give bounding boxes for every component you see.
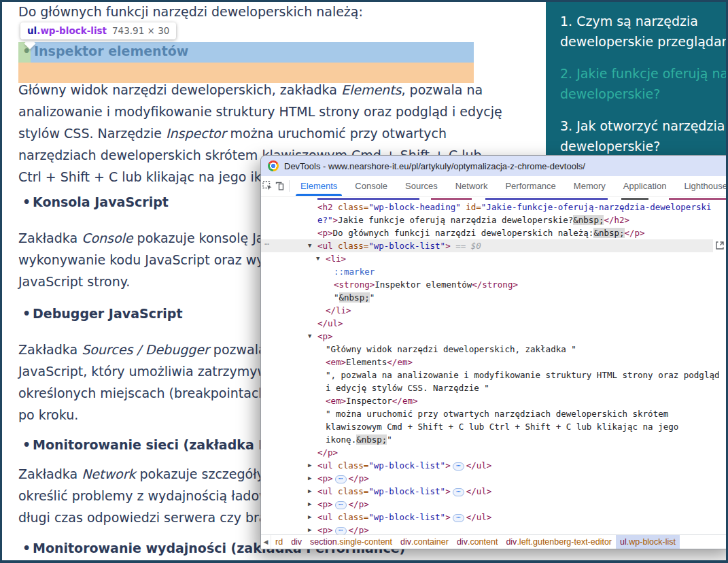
sidebar-toc-item[interactable]: 1. Czym są narzędzia deweloperskie przeg… <box>560 11 728 52</box>
dom-node-line: ▶<p>⋯</p> <box>261 524 728 534</box>
text-run: Zakładka <box>18 466 82 481</box>
code-token: </strong> <box>472 279 518 290</box>
text-run: po kroku. <box>18 407 78 422</box>
sidebar-toc-item[interactable]: 3. Jak otworzyć narzędzia deweloperskie? <box>560 116 728 156</box>
code-token: <li> <box>326 254 346 264</box>
node-markup: <em>Inspector</em> <box>261 394 728 407</box>
tab-performance[interactable]: Performance <box>496 176 564 196</box>
breadcrumb-item[interactable]: div.container <box>396 535 453 549</box>
code-token: ::marker <box>334 267 375 277</box>
node-markup: </ul> <box>261 317 728 330</box>
code-token: ", pozwala na analizowanie i modyfikowan… <box>326 370 719 380</box>
tab-application[interactable]: Application <box>614 176 676 196</box>
dom-node-line: ikonę.&nbsp;" <box>261 433 728 446</box>
list-bullet: • <box>22 541 31 556</box>
breadcrumb-item[interactable]: rd <box>271 535 287 549</box>
dom-node-line: <em>Elements</em> <box>261 356 728 369</box>
code-token: </ul> <box>466 512 492 522</box>
breadcrumb-class: .content <box>468 537 498 547</box>
code-token: </ul> <box>466 486 492 496</box>
breadcrumb-item[interactable]: ul.wp-block-list <box>616 535 680 549</box>
dom-node-line: ▶<ul class="wp-block-list">⋯</ul> <box>261 459 728 472</box>
code-token: Inspektor elementów <box>375 279 472 290</box>
node-markup: "Główny widok narzędzi deweloperskich, z… <box>261 343 728 356</box>
tab-lighthouse[interactable]: Lighthouse <box>675 176 728 196</box>
text-run: Zakładka <box>18 342 82 357</box>
tab-network[interactable]: Network <box>447 176 497 196</box>
tab-console[interactable]: Console <box>346 176 396 196</box>
devtools-toolbar: ElementsConsoleSourcesNetworkPerformance… <box>261 176 728 197</box>
code-token: <em> <box>326 396 346 406</box>
dom-node-line: </ul> <box>261 317 728 330</box>
code-token: " <box>370 292 375 303</box>
list-bullet: • <box>22 194 31 209</box>
clipped-text-fragment <box>431 198 472 200</box>
inspect-element-icon[interactable] <box>261 176 273 196</box>
node-markup: <ul class="wp-block-list">⋯</ul> <box>261 459 728 472</box>
tooltip-dimensions: 743.91 × 30 <box>112 25 169 36</box>
code-token: class= <box>338 241 368 251</box>
code-token: </ul> <box>317 318 343 328</box>
tab-elements[interactable]: Elements <box>292 176 346 196</box>
node-markup: <h2 class="wp-block-heading" id="Jakie-f… <box>261 201 728 214</box>
screenshot-root: Do głównych funkcji narzędzi dewelopersk… <box>0 0 728 563</box>
tab-memory[interactable]: Memory <box>565 176 614 196</box>
breadcrumb-item[interactable]: div.content <box>453 535 502 549</box>
list-item-heading: Konsola JavaScript <box>33 194 169 209</box>
code-token: " <box>334 292 339 303</box>
dom-node-line: e?">Jakie funkcje oferują narzędzia dewe… <box>261 214 728 226</box>
expand-inline-icon[interactable]: ⋯ <box>335 475 347 483</box>
breadcrumb-tag: section <box>310 537 337 547</box>
code-token: </p> <box>625 228 645 238</box>
dom-node-line: ▶<ul class="wp-block-list">⋯</ul> <box>261 485 728 498</box>
node-markup: <p>⋯</p> <box>261 524 728 534</box>
code-token: <ul <box>317 486 338 496</box>
devtools-tabs: ElementsConsoleSourcesNetworkPerformance… <box>292 176 728 196</box>
device-toolbar-icon[interactable] <box>273 176 285 196</box>
expand-inline-icon[interactable]: ⋯ <box>335 501 347 509</box>
node-markup: " można uruchomić przy otwartych narzędz… <box>261 407 728 420</box>
node-markup: <p>Do głównych funkcji narzędzi dewelope… <box>261 226 728 239</box>
breadcrumb-class: .single-content <box>337 537 392 547</box>
breadcrumb-item[interactable]: div.left.gutenberg-text-editor <box>502 535 616 549</box>
code-token: <p> <box>317 473 333 483</box>
list-bullet: • <box>22 306 31 321</box>
clipped-text-fragment <box>621 198 648 200</box>
code-token: Elements <box>346 357 387 367</box>
dom-node-line: </p> <box>261 446 728 459</box>
code-token: Inspector <box>346 396 392 406</box>
tab-sources[interactable]: Sources <box>396 176 447 196</box>
code-token: > <box>333 215 339 225</box>
dom-node-line: <h2 class="wp-block-heading" id="Jakie-f… <box>261 201 728 214</box>
expand-inline-icon[interactable]: ⋯ <box>453 488 464 496</box>
breadcrumb-item[interactable]: section.single-content <box>306 535 396 549</box>
breadcrumb-class: .left.gutenberg-text-editor <box>517 537 612 547</box>
breadcrumb-scroll-left-icon[interactable]: ◀ <box>261 535 271 549</box>
text-run: Sources / Debugger <box>82 342 209 357</box>
node-markup: <li> <box>261 252 728 265</box>
paragraph-line: po kroku. <box>18 407 78 422</box>
code-token: > <box>445 241 451 251</box>
code-token: " <box>387 434 392 445</box>
code-token: </em> <box>387 357 413 367</box>
breadcrumb-tag: ul <box>620 537 627 547</box>
text-run: Ctrl + Shift + C lub klikając na jego ik… <box>18 169 289 184</box>
breadcrumb-item[interactable]: div <box>287 535 306 549</box>
sidebar-toc-item[interactable]: 2. Jakie funkcje oferują narzędzia dewel… <box>560 63 728 104</box>
devtools-titlebar[interactable]: DevTools - www.nearshore-it.eu/pl/artyku… <box>261 156 728 176</box>
expand-inline-icon[interactable]: ⋯ <box>453 514 464 522</box>
code-token: </em> <box>392 396 418 406</box>
code-token: class= <box>338 486 368 496</box>
text-run: Główny widok narzędzi deweloperskich, za… <box>18 82 341 97</box>
code-token: <p> <box>317 331 333 341</box>
expand-inline-icon[interactable]: ⋯ <box>453 462 464 471</box>
code-token: > <box>445 460 451 471</box>
clipped-text-fragment <box>669 198 728 200</box>
code-token: &nbsp; <box>356 434 387 445</box>
paragraph-line: analizowanie i modyfikowanie struktury H… <box>18 104 502 119</box>
breadcrumb-tag: div <box>506 537 517 547</box>
breadcrumb-list: rddivsection.single-contentdiv.container… <box>271 535 680 549</box>
expand-inline-icon[interactable]: ⋯ <box>335 527 347 534</box>
code-token: <ul <box>317 241 338 251</box>
clipped-text-fragment <box>317 198 419 200</box>
